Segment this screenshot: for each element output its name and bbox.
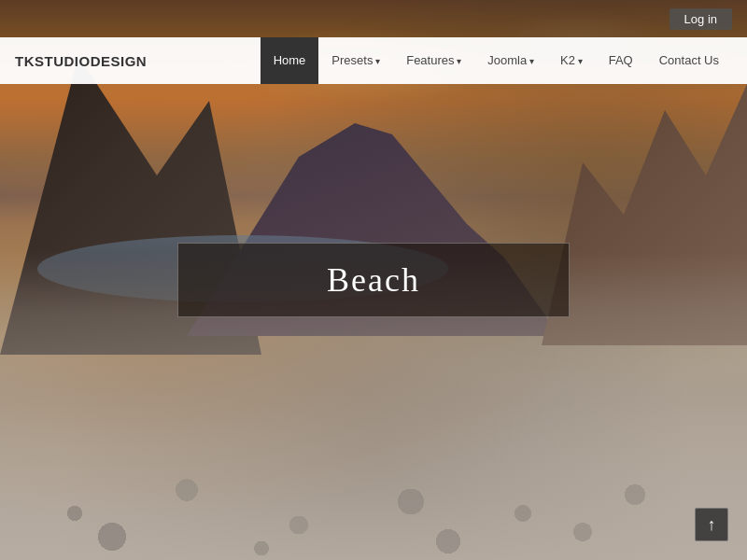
nav-item-home[interactable]: Home [261, 37, 319, 84]
scroll-to-top-button[interactable]: ↑ [695, 508, 728, 541]
hero-title: Beach [253, 260, 494, 300]
brand-logo: TKSTUDIODESIGN [15, 53, 147, 69]
rock-detail [0, 327, 747, 560]
hero-title-banner: Beach [177, 243, 570, 317]
login-button[interactable]: Log in [669, 8, 732, 30]
nav-menu: Home Presets Features Joomla K2 FAQ Cont… [261, 37, 732, 84]
nav-link-home[interactable]: Home [261, 37, 319, 84]
nav-item-k2[interactable]: K2 [547, 37, 596, 84]
nav-item-contact[interactable]: Contact Us [646, 37, 732, 84]
scroll-top-icon: ↑ [708, 516, 716, 533]
hero-section: Log in TKSTUDIODESIGN Home Presets Featu… [0, 0, 747, 560]
nav-item-presets[interactable]: Presets [318, 37, 393, 84]
nav-item-joomla[interactable]: Joomla [474, 37, 547, 84]
nav-item-features[interactable]: Features [393, 37, 474, 84]
nav-link-joomla[interactable]: Joomla [474, 37, 547, 84]
navbar: TKSTUDIODESIGN Home Presets Features Joo… [0, 37, 747, 84]
nav-link-contact[interactable]: Contact Us [646, 37, 732, 84]
nav-link-faq[interactable]: FAQ [596, 37, 646, 84]
nav-link-presets[interactable]: Presets [318, 37, 393, 84]
nav-item-faq[interactable]: FAQ [596, 37, 646, 84]
nav-link-features[interactable]: Features [393, 37, 474, 84]
top-bar: Log in [0, 0, 747, 37]
nav-link-k2[interactable]: K2 [547, 37, 596, 84]
